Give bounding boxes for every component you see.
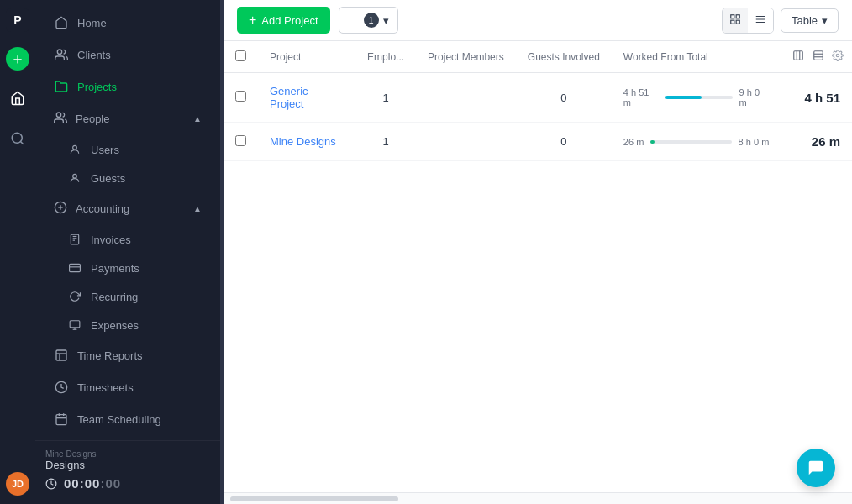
list-view-button[interactable] bbox=[748, 8, 773, 33]
sidebar-item-users[interactable]: Users bbox=[35, 135, 220, 164]
svg-point-3 bbox=[56, 113, 60, 117]
svg-point-4 bbox=[73, 145, 77, 150]
time-reports-icon bbox=[54, 348, 69, 363]
sidebar-item-projects[interactable]: Projects bbox=[40, 71, 215, 102]
accounting-chevron-icon: ▲ bbox=[193, 204, 202, 213]
svg-rect-13 bbox=[70, 264, 81, 271]
row-1-worked-time: 4 h 51 m bbox=[623, 87, 659, 108]
sidebar-item-recurring[interactable]: Recurring bbox=[35, 282, 220, 311]
row-2-total: 26 m bbox=[781, 123, 852, 161]
grid-view-button[interactable] bbox=[723, 8, 748, 33]
table-row: Generic Project 1 0 4 h 51 m 9 h 0 m bbox=[224, 73, 852, 123]
sidebar-item-team-scheduling[interactable]: Team Scheduling bbox=[40, 404, 215, 434]
projects-table-container: Project Emplo... Project Members Guests … bbox=[224, 41, 852, 492]
svg-rect-15 bbox=[70, 321, 80, 328]
svg-rect-29 bbox=[731, 20, 734, 24]
sidebar-users-label: Users bbox=[91, 144, 119, 156]
svg-line-1 bbox=[20, 141, 23, 144]
guests-icon bbox=[67, 171, 82, 186]
payments-icon bbox=[67, 260, 82, 276]
row-2-progress-bar-wrap bbox=[650, 140, 731, 144]
row-2-max-time: 8 h 0 m bbox=[739, 137, 770, 147]
row-1-checkbox[interactable] bbox=[235, 91, 246, 102]
people-icon bbox=[54, 111, 67, 127]
filter-button[interactable]: 1 ▾ bbox=[339, 7, 398, 34]
sidebar-payments-label: Payments bbox=[91, 262, 139, 275]
quick-add-button[interactable]: ＋ bbox=[6, 47, 29, 71]
svg-point-0 bbox=[12, 133, 22, 143]
row-1-checkbox-cell bbox=[224, 73, 258, 123]
expenses-icon bbox=[67, 318, 82, 333]
rows-icon[interactable] bbox=[813, 52, 827, 64]
sidebar: Home Clients Projects People ▲ Users bbox=[35, 0, 220, 504]
row-2-checkbox-cell bbox=[224, 123, 258, 161]
project-column-header: Project bbox=[258, 41, 355, 73]
sidebar-item-clients[interactable]: Clients bbox=[40, 39, 215, 70]
chat-support-button[interactable] bbox=[797, 449, 835, 487]
sidebar-item-people[interactable]: People ▲ bbox=[40, 103, 215, 134]
sidebar-accounting-label: Accounting bbox=[76, 202, 129, 215]
columns-icon[interactable] bbox=[792, 52, 807, 64]
svg-rect-37 bbox=[813, 51, 823, 60]
sidebar-home-label: Home bbox=[77, 17, 107, 29]
row-1-total-time: 4 h 51 bbox=[804, 91, 840, 105]
filter-icon bbox=[348, 13, 360, 28]
svg-rect-30 bbox=[736, 20, 739, 24]
row-1-worked-from: 4 h 51 m 9 h 0 m bbox=[612, 73, 781, 123]
table-view-button[interactable]: Table ▾ bbox=[781, 8, 839, 33]
row-2-project-members bbox=[416, 123, 516, 161]
svg-rect-22 bbox=[56, 415, 66, 425]
row-1-employees: 1 bbox=[355, 73, 416, 123]
topbar: + Add Project 1 ▾ Table bbox=[224, 0, 852, 41]
row-2-worked-time: 26 m bbox=[623, 137, 644, 147]
user-avatar[interactable]: JD bbox=[6, 472, 29, 496]
settings-icon[interactable] bbox=[832, 52, 844, 64]
sidebar-item-expenses[interactable]: Expenses bbox=[35, 311, 220, 339]
clients-icon bbox=[54, 47, 69, 62]
sidebar-item-time-reports[interactable]: Time Reports bbox=[40, 340, 215, 370]
row-2-worked-from: 26 m 8 h 0 m bbox=[612, 123, 781, 161]
svg-rect-18 bbox=[56, 350, 66, 360]
sidebar-item-invoices[interactable]: Invoices bbox=[35, 225, 220, 254]
horizontal-scrollbar[interactable] bbox=[230, 496, 398, 501]
filter-dropdown-icon: ▾ bbox=[383, 14, 389, 27]
column-actions-header bbox=[781, 41, 852, 73]
select-all-checkbox[interactable] bbox=[235, 50, 246, 61]
timer-display: 00:00:00 bbox=[64, 476, 121, 491]
row-2-project-name[interactable]: Mine Designs bbox=[258, 123, 355, 161]
current-project-name: Designs bbox=[45, 459, 210, 471]
row-1-project-name[interactable]: Generic Project bbox=[258, 73, 355, 123]
home-icon bbox=[54, 15, 69, 30]
svg-point-40 bbox=[836, 54, 839, 57]
accounting-icon bbox=[54, 201, 67, 217]
row-2-progress-cell: 26 m 8 h 0 m bbox=[623, 137, 769, 147]
plus-icon: + bbox=[249, 13, 256, 28]
sidebar-item-home[interactable]: Home bbox=[40, 8, 215, 38]
row-1-progress-row: 4 h 51 m 9 h 0 m bbox=[623, 87, 769, 108]
row-2-checkbox[interactable] bbox=[235, 135, 246, 146]
sidebar-item-payments[interactable]: Payments bbox=[35, 254, 220, 282]
rail-search-icon[interactable] bbox=[5, 126, 30, 151]
sidebar-projects-label: Projects bbox=[77, 81, 117, 93]
add-project-button[interactable]: + Add Project bbox=[237, 7, 330, 34]
sidebar-item-timesheets[interactable]: Timesheets bbox=[40, 372, 215, 402]
row-1-project-members bbox=[416, 73, 516, 123]
sidebar-item-accounting[interactable]: Accounting ▲ bbox=[40, 193, 215, 224]
sidebar-people-label: People bbox=[76, 113, 109, 125]
project-members-column-header: Project Members bbox=[416, 41, 516, 73]
projects-icon bbox=[54, 79, 69, 94]
sidebar-time-reports-label: Time Reports bbox=[77, 349, 143, 362]
svg-point-2 bbox=[57, 50, 61, 54]
sidebar-guests-label: Guests bbox=[91, 172, 125, 185]
rail-home-icon[interactable] bbox=[5, 86, 30, 111]
filter-count-badge: 1 bbox=[364, 13, 379, 28]
row-2-progress-bar-fill bbox=[650, 140, 655, 144]
chat-icon bbox=[807, 459, 825, 477]
sidebar-item-guests[interactable]: Guests bbox=[35, 164, 220, 192]
main-content: + Add Project 1 ▾ Table bbox=[224, 0, 852, 504]
row-1-total: 4 h 51 bbox=[781, 73, 852, 123]
worked-from-column-header: Worked From Total bbox=[612, 41, 781, 73]
sidebar-team-scheduling-label: Team Scheduling bbox=[77, 413, 161, 426]
sidebar-expenses-label: Expenses bbox=[91, 319, 139, 332]
row-1-progress-bar-fill bbox=[665, 96, 702, 99]
